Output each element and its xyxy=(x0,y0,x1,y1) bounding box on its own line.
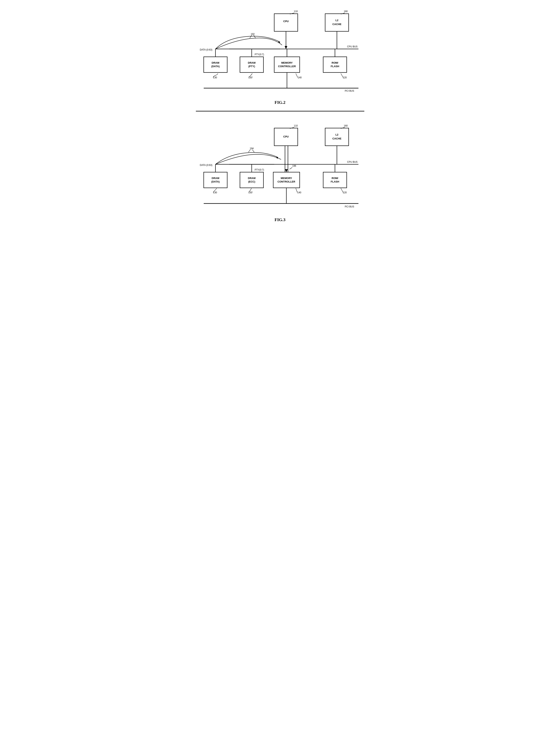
curve192-2 xyxy=(215,38,282,49)
svg-line-13 xyxy=(296,188,297,192)
mem-ctrl-arrow xyxy=(285,169,288,172)
mem-ctrl-label2-3: CONTROLLER xyxy=(277,180,295,183)
curve194-2 xyxy=(215,154,281,164)
ref194-label: 194 xyxy=(250,147,254,150)
svg-line-7 xyxy=(254,35,256,38)
pci-bus-label: PCI BUS xyxy=(345,89,354,92)
rom-ref: 120 xyxy=(343,76,347,79)
svg-line-23 xyxy=(248,150,250,152)
mem-ctrl-ref3: 140 xyxy=(297,191,301,194)
l2cache-box3 xyxy=(325,128,349,146)
cpu-label: CPU xyxy=(283,20,288,23)
fig3-label: FIG.3 xyxy=(196,217,364,222)
svg-line-25 xyxy=(289,168,292,169)
dram-data-box xyxy=(204,57,227,73)
dram-pty-label1: DRAM xyxy=(248,61,255,64)
dram-data-label2: (DATA) xyxy=(211,65,220,68)
rom-ref3: 120 xyxy=(343,191,347,194)
fig3-diagram: CPU BUS CPU 110 L2 CACHE 160 MEMORY CONT… xyxy=(198,117,362,215)
rom-box xyxy=(323,57,347,73)
fig2-diagram: CPU BUS CPU 110 L2 CACHE 160 MEMORY CONT… xyxy=(198,4,362,98)
mem-ctrl-ref: 140 xyxy=(298,76,302,79)
fig2-label: FIG.2 xyxy=(196,100,364,105)
l2cache-ref3: 160 xyxy=(344,124,348,127)
l2cache-ref: 160 xyxy=(344,10,348,13)
dram-pty-label2: (PTY) xyxy=(248,65,255,68)
svg-line-2 xyxy=(296,73,298,78)
pci-bus-label3: PCI BUS xyxy=(345,205,354,208)
svg-line-24 xyxy=(252,150,254,152)
cpu-ref3: 110 xyxy=(294,124,298,127)
l2cache-label1-3: L2 xyxy=(335,133,338,136)
svg-line-6 xyxy=(250,35,252,38)
l2cache-box xyxy=(325,14,349,31)
rom-box3 xyxy=(323,172,347,188)
cpu-label3: CPU xyxy=(283,135,288,138)
dram-ecc-ref: 130' xyxy=(248,191,253,194)
dram-ecc-box xyxy=(240,172,263,188)
page: CPU BUS CPU 110 L2 CACHE 160 MEMORY CONT… xyxy=(196,4,364,222)
mem-ctrl-box3 xyxy=(273,172,300,188)
l2cache-label2-3: CACHE xyxy=(332,137,341,140)
rom-label2: FLASH xyxy=(331,65,339,68)
curve194-1 xyxy=(215,153,278,164)
cpu-bus-label: CPU BUS xyxy=(347,45,357,48)
cpu-bus-label3: CPU BUS xyxy=(347,161,357,163)
pty-bus-label3: PTY(0:7) xyxy=(255,169,264,171)
dram-data-label1-3: DRAM xyxy=(211,177,219,180)
mem-ctrl-label2: CONTROLLER xyxy=(278,65,296,68)
rom-label1-3: ROM/ xyxy=(332,177,338,180)
dram-data-box3 xyxy=(204,172,227,188)
dram-pty-box xyxy=(240,57,263,73)
pty-bus-label: PTY(0:7) xyxy=(255,53,264,56)
cpu-arrow xyxy=(285,46,287,49)
mem-ctrl-box xyxy=(274,57,300,73)
rom-label2-3: FLASH xyxy=(331,180,339,183)
section-divider xyxy=(196,111,364,111)
ref192-label: 192 xyxy=(251,33,255,35)
data-bus-label3: DATA (0:63) xyxy=(200,164,212,166)
dram-data-label1: DRAM xyxy=(211,61,219,64)
dram-ecc-label1: DRAM xyxy=(248,177,255,180)
fig3-section: CPU BUS CPU 110 L2 CACHE 160 MEMORY CONT… xyxy=(196,117,364,222)
ref196-label: 196 xyxy=(292,164,296,167)
cpu-ref: 110 xyxy=(294,10,298,13)
fig2-section: CPU BUS CPU 110 L2 CACHE 160 MEMORY CONT… xyxy=(196,4,364,105)
svg-line-3 xyxy=(341,73,343,78)
mem-ctrl-label1: MEMORY xyxy=(281,61,292,64)
l2cache-label2: CACHE xyxy=(332,23,341,26)
curve192-1 xyxy=(215,36,280,49)
svg-line-17 xyxy=(341,188,343,192)
rom-label1: ROM/ xyxy=(332,61,338,64)
data-bus-label: DATA (0:63) xyxy=(200,48,212,51)
mem-ctrl-label1-3: MEMORY xyxy=(280,177,292,180)
dram-pty-ref: 130' xyxy=(248,76,253,79)
l2cache-label1: L2 xyxy=(335,19,338,22)
dram-data-label2-3: (DATA) xyxy=(211,180,220,183)
dram-ecc-label2: (ECC) xyxy=(248,180,255,183)
